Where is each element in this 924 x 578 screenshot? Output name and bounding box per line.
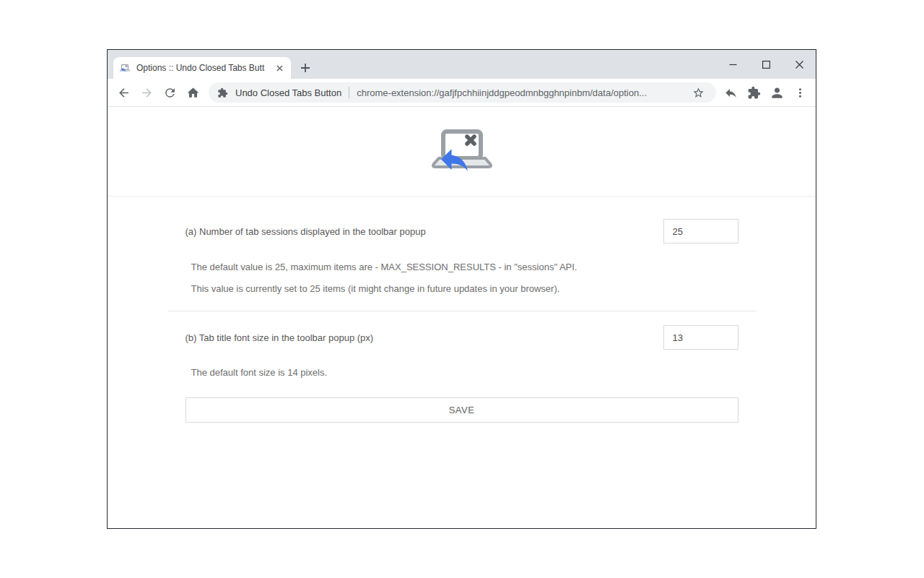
- kebab-menu-icon[interactable]: [788, 81, 811, 104]
- bookmark-star-icon[interactable]: [687, 82, 709, 103]
- browser-window: Options :: Undo Closed Tabs Butt: [107, 49, 816, 529]
- reload-button[interactable]: [158, 81, 181, 104]
- sessions-help-line-2: This value is currently set to 25 items …: [191, 283, 738, 294]
- omnibox-separator: [349, 87, 349, 98]
- font-size-input[interactable]: [663, 325, 738, 350]
- close-window-button[interactable]: [783, 50, 816, 79]
- undo-closed-tabs-logo-icon: [429, 129, 495, 174]
- minimize-button[interactable]: [716, 50, 749, 79]
- option-row-sessions: (a) Number of tab sessions displayed in …: [167, 219, 757, 243]
- back-button[interactable]: [112, 81, 135, 104]
- options-form: (a) Number of tab sessions displayed in …: [167, 197, 757, 423]
- tab-title: Options :: Undo Closed Tabs Butt: [136, 63, 271, 73]
- tab-close-icon[interactable]: [274, 62, 285, 74]
- undo-closed-tabs-extension-button[interactable]: [719, 81, 742, 104]
- forward-button[interactable]: [135, 81, 158, 104]
- sessions-count-label: (a) Number of tab sessions displayed in …: [186, 226, 426, 237]
- font-size-help-line: The default font size is 14 pixels.: [191, 367, 738, 378]
- profile-avatar-icon[interactable]: [765, 81, 788, 104]
- logo-area: [108, 107, 816, 197]
- extension-favicon-icon: [119, 64, 131, 73]
- options-page: (a) Number of tab sessions displayed in …: [108, 107, 816, 528]
- section-divider: [167, 311, 757, 311]
- window-controls: [716, 50, 816, 79]
- extension-puzzle-icon: [217, 87, 228, 98]
- omnibox-url: chrome-extension://gafjfpchhiinjddgpeodm…: [357, 87, 687, 98]
- browser-tab[interactable]: Options :: Undo Closed Tabs Butt: [113, 57, 291, 79]
- option-row-font-size: (b) Tab title font size in the toolbar p…: [167, 325, 757, 350]
- address-bar[interactable]: Undo Closed Tabs Button chrome-extension…: [209, 82, 716, 103]
- sessions-help-line-1: The default value is 25, maximum items a…: [191, 262, 738, 272]
- font-size-label: (b) Tab title font size in the toolbar p…: [186, 332, 374, 343]
- titlebar: Options :: Undo Closed Tabs Butt: [108, 50, 816, 79]
- maximize-button[interactable]: [749, 50, 783, 79]
- sessions-count-input[interactable]: [663, 219, 738, 243]
- extensions-button[interactable]: [742, 81, 765, 104]
- home-button[interactable]: [181, 81, 204, 104]
- nav-toolbar: Undo Closed Tabs Button chrome-extension…: [108, 79, 816, 107]
- save-button[interactable]: SAVE: [186, 397, 738, 423]
- new-tab-button[interactable]: [297, 59, 314, 77]
- omnibox-extension-name: Undo Closed Tabs Button: [235, 87, 341, 98]
